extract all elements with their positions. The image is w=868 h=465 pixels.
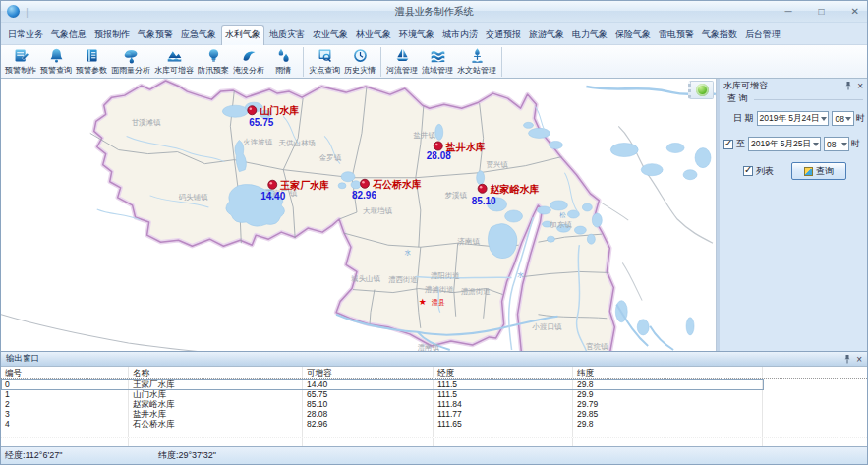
- col-id[interactable]: 编号: [1, 367, 129, 378]
- reservoir-name: 山门水库: [260, 105, 299, 116]
- tab-insurance[interactable]: 保险气象: [612, 26, 654, 44]
- table-row-empty: [1, 429, 867, 438]
- panel-header: 水库可增容 ×: [720, 79, 867, 91]
- table-row[interactable]: 1山门水库65.75111.529.9: [1, 389, 867, 399]
- toolbar-inundation[interactable]: 淹没分析: [231, 47, 266, 76]
- tab-power[interactable]: 电力气象: [569, 26, 610, 44]
- town-label: 天供山林场: [279, 139, 316, 147]
- county-boundary: [94, 81, 615, 351]
- river-label: 水: [517, 271, 524, 278]
- reservoir-icon: [166, 47, 183, 64]
- toolbar-disaster-query[interactable]: 灾点查询: [307, 47, 342, 76]
- date-from-select[interactable]: 2019年 5月24日: [757, 111, 830, 126]
- toolbar: 预警制作 预警查询 预警参数 面雨量分析 水库可增容 防汛预案 淹没分析 雨情: [1, 44, 867, 79]
- list-checkbox[interactable]: [743, 166, 753, 176]
- town-label: 码头铺镇: [179, 193, 208, 202]
- table-row[interactable]: 3盐井水库28.08111.7729.85: [1, 409, 867, 419]
- list-label: 列表: [756, 165, 774, 178]
- town-label: 澧西街道: [388, 275, 418, 284]
- dropdown-arrow-icon: [839, 140, 848, 149]
- toolbar-separator: [380, 47, 381, 77]
- table-row[interactable]: 0王家厂水库14.40111.529.8: [1, 379, 867, 389]
- tab-water[interactable]: 水利气象: [221, 25, 264, 45]
- book-icon: [84, 47, 100, 64]
- table-row-empty: [1, 438, 867, 446]
- query-button[interactable]: 查询: [791, 162, 846, 180]
- toolbar-separator: [501, 47, 502, 77]
- col-name[interactable]: 名称: [129, 367, 303, 378]
- output-title: 输出窗口: [6, 353, 39, 365]
- sailboat-icon: [394, 47, 411, 64]
- town-label: 澧南镇: [418, 343, 440, 351]
- raindrops-icon: [275, 47, 292, 64]
- history-clock-icon: [352, 47, 369, 64]
- bulb-icon: [205, 47, 222, 64]
- county-seat-marker: ★ 澧县: [419, 297, 445, 307]
- hour-suffix: 时: [851, 138, 860, 150]
- town-label: 梦溪镇: [445, 191, 468, 200]
- tab-urban-flood[interactable]: 城市内涝: [439, 26, 481, 44]
- table-row[interactable]: 4石公桥水库82.96111.6529.8: [1, 419, 867, 429]
- separator: [754, 99, 863, 100]
- tab-daily[interactable]: 日常业务: [5, 26, 46, 44]
- reservoir-name: 王家厂水库: [279, 180, 329, 191]
- town-label: 火连坡镇: [243, 138, 272, 146]
- status-longitude: 经度:112°6'27": [1, 449, 158, 462]
- output-window: 输出窗口 × 编号 名称 可增容 经度 纬度 0王家厂水库14.40111.52…: [1, 351, 867, 446]
- tab-agriculture[interactable]: 农业气象: [310, 26, 351, 44]
- col-latitude[interactable]: 纬度: [573, 367, 763, 378]
- to-checkbox[interactable]: [723, 140, 733, 149]
- col-longitude[interactable]: 经度: [434, 367, 573, 378]
- cloud-rain-icon: [123, 47, 140, 64]
- toolbar-hydro-station[interactable]: 水文站管理: [455, 47, 498, 76]
- panel-close-icon[interactable]: ×: [857, 81, 863, 91]
- toolbar-warning-query[interactable]: 预警查询: [38, 47, 74, 76]
- town-label: 城头山镇: [350, 274, 380, 283]
- hour-from-select[interactable]: 08: [832, 111, 853, 126]
- waves-icon: [430, 47, 446, 64]
- toolbar-history-disaster[interactable]: 历史灾情: [342, 47, 377, 76]
- output-table: 编号 名称 可增容 经度 纬度 0王家厂水库14.40111.529.8 1山门…: [1, 367, 867, 446]
- panel-title: 水库可增容: [723, 80, 768, 92]
- toolbar-basin-mgmt[interactable]: 流域管理: [420, 47, 455, 76]
- tab-lightning[interactable]: 雷电预警: [656, 26, 697, 44]
- reservoir-value: 14.40: [260, 191, 285, 202]
- town-label: 金罗镇: [319, 153, 342, 162]
- tab-environment[interactable]: 环境气象: [396, 26, 437, 44]
- toolbar-flood-plan[interactable]: 防汛预案: [196, 47, 231, 76]
- col-capacity[interactable]: 可增容: [303, 367, 434, 378]
- map-canvas[interactable]: 甘溪滩镇 火连坡镇 天供山林场 金罗镇 码头铺镇 王家厂 镇 盐井镇 贾兴镇 梦…: [1, 79, 717, 351]
- tab-forecast[interactable]: 预报制作: [91, 26, 133, 44]
- hour-suffix: 时: [856, 112, 865, 125]
- tab-traffic[interactable]: 交通预报: [483, 26, 524, 44]
- tab-index[interactable]: 气象指数: [699, 26, 740, 44]
- hour-to-select[interactable]: 08: [824, 137, 849, 151]
- tab-met-info[interactable]: 气象信息: [48, 26, 89, 44]
- toolbar-rain-info[interactable]: 雨情: [266, 47, 300, 76]
- ribbon-tabs: 日常业务 气象信息 预报制作 气象预警 应急气象 水利气象 地质灾害 农业气象 …: [1, 23, 867, 44]
- pin-icon[interactable]: [843, 355, 851, 364]
- tab-warning[interactable]: 气象预警: [135, 26, 176, 44]
- toolbar-warning-create[interactable]: 预警制作: [3, 47, 38, 76]
- output-title-bar: 输出窗口 ×: [1, 352, 867, 367]
- tab-geo-disaster[interactable]: 地质灾害: [266, 26, 308, 44]
- toolbar-warning-params[interactable]: 预警参数: [74, 47, 109, 76]
- date-to-select[interactable]: 2019年 5月25日: [748, 137, 821, 151]
- app-window: | 澧县业务制作系统 ─ □ ✕ 日常业务 气象信息 预报制作 气象预警 应急气…: [0, 0, 868, 465]
- river-label: 水: [405, 249, 412, 256]
- tab-emergency[interactable]: 应急气象: [178, 26, 219, 44]
- toolbar-reservoir-capacity[interactable]: 水库可增容: [152, 47, 196, 76]
- town-label: 甘溪滩镇: [132, 118, 161, 127]
- tab-admin[interactable]: 后台管理: [742, 26, 783, 44]
- tab-tourism[interactable]: 旅游气象: [526, 26, 567, 44]
- pin-icon[interactable]: [844, 82, 852, 90]
- window-title: 澧县业务制作系统: [1, 5, 867, 19]
- toolbar-areal-rain[interactable]: 面雨量分析: [109, 47, 152, 76]
- map-locate-button[interactable]: [688, 81, 714, 99]
- output-close-icon[interactable]: ×: [856, 354, 862, 365]
- svg-text:★: ★: [419, 297, 427, 307]
- tab-forestry[interactable]: 林业气象: [353, 26, 394, 44]
- toolbar-river-mgmt[interactable]: 河流管理: [384, 47, 420, 76]
- dropdown-arrow-icon: [844, 114, 853, 124]
- table-row[interactable]: 2赵家峪水库85.10111.8429.79: [1, 399, 867, 409]
